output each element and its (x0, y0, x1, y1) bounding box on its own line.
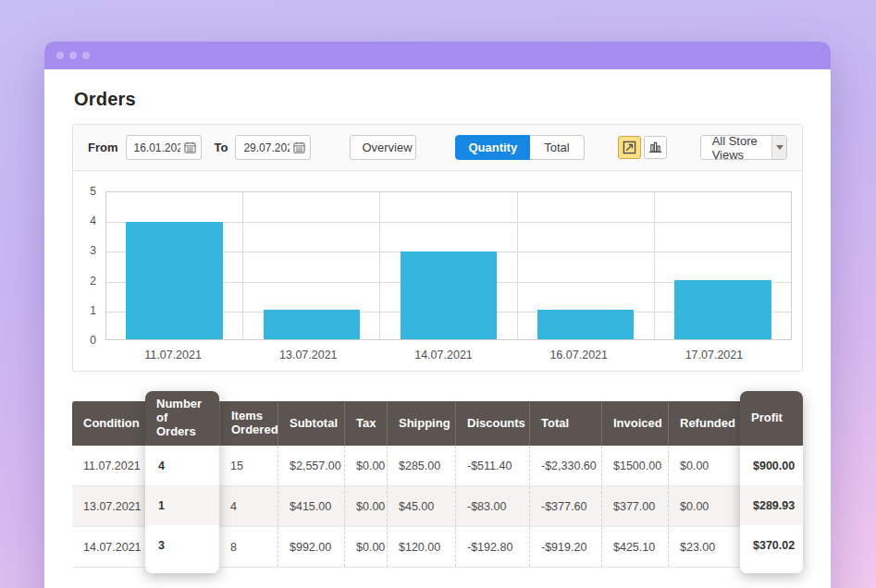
orders-chart: 543210 11.07.202113.07.202114.07.202116.… (73, 171, 802, 371)
calendar-icon[interactable] (184, 141, 196, 153)
table-cell: $1500.00 (601, 446, 668, 485)
table-cell: $285.00 (387, 446, 455, 485)
quantity-total-toggle: Quantity Total (455, 135, 584, 160)
table-cell: 14.07.2021 (72, 527, 145, 567)
table-cell: 15 (219, 446, 278, 485)
table-cell: $0.00 (344, 527, 387, 567)
x-tick-label: 16.07.2021 (512, 349, 647, 361)
table-cell: 3 (145, 525, 219, 565)
to-date-field (235, 135, 311, 160)
table-header-cell[interactable]: Discounts (455, 401, 529, 446)
x-tick-label: 11.07.2021 (105, 349, 241, 361)
table-header-cell[interactable]: Refunded (668, 401, 740, 446)
table-header-cell[interactable]: Shipping (387, 401, 455, 446)
orders-table: ConditionItems OrderedSubtotalTaxShippin… (72, 401, 803, 568)
table-cell: 13.07.2021 (72, 486, 145, 526)
y-tick-label: 2 (90, 275, 96, 288)
from-date-field (126, 135, 202, 160)
chevron-down-icon (771, 136, 786, 159)
chart-y-axis: 543210 (73, 191, 105, 340)
desktop-background: { "page": { "title": "Orders" }, "filter… (0, 0, 876, 588)
table-cell: -$192.80 (455, 527, 529, 567)
chart-type-buttons (618, 136, 667, 159)
bar-chart-button[interactable] (644, 136, 667, 159)
table-cell: -$377.60 (529, 486, 601, 526)
table-cell: $370.02 (740, 525, 803, 565)
chart-plot-area (105, 191, 792, 340)
chart-bar[interactable] (674, 280, 771, 339)
table-cell: 1 (145, 485, 219, 525)
table-header-cell[interactable]: Invoiced (601, 401, 668, 446)
elevated-column-body: $900.00$289.93$370.02 (740, 446, 803, 573)
table-header-cell[interactable]: Items Ordered (219, 401, 278, 446)
table-cell: $45.00 (387, 486, 455, 526)
table-cell: 8 (219, 527, 278, 567)
table-cell: $992.00 (278, 527, 344, 567)
line-chart-button[interactable] (618, 136, 641, 159)
y-tick-label: 5 (90, 185, 96, 198)
store-view-select[interactable]: All Store Views (700, 135, 787, 160)
table-cell: -$919.20 (529, 527, 601, 567)
elevated-column-body: 413 (145, 446, 219, 573)
toggle-quantity-button[interactable]: Quantity (455, 135, 530, 160)
table-cell: -$83.00 (455, 486, 529, 526)
table-cell: $0.00 (344, 486, 387, 526)
report-type-value: Overview (351, 136, 416, 159)
table-cell: $2,557.00 (278, 446, 344, 485)
chart-bar[interactable] (126, 222, 223, 339)
window-titlebar[interactable] (44, 42, 831, 69)
from-label: From (88, 141, 118, 154)
table-header-cell[interactable]: Profit (740, 391, 803, 446)
y-tick-label: 1 (90, 304, 96, 317)
elevated-column: Profit$900.00$289.93$370.02 (740, 391, 803, 573)
table-cell: $120.00 (387, 527, 455, 567)
chart-bar[interactable] (537, 310, 635, 339)
line-chart-icon (623, 141, 636, 154)
chart-bar[interactable] (264, 310, 361, 339)
page-title: Orders (74, 89, 803, 110)
report-type-select[interactable]: Overview (350, 135, 416, 160)
chart-column (106, 192, 243, 339)
table-cell: $900.00 (740, 446, 803, 485)
table-header-cell[interactable]: Total (529, 401, 601, 446)
table-cell: -$511.40 (455, 446, 529, 485)
table-cell: 4 (219, 486, 278, 526)
table-cell: -$2,330.60 (529, 446, 601, 485)
filter-bar: From To (73, 125, 802, 171)
table-cell: $415.00 (278, 486, 344, 526)
app-window: Orders From To (44, 42, 831, 588)
window-dot-icon[interactable] (82, 52, 90, 59)
x-tick-label: 14.07.2021 (376, 349, 511, 361)
y-tick-label: 0 (90, 334, 96, 347)
window-dot-icon[interactable] (56, 52, 64, 59)
window-content: Orders From To (44, 89, 831, 568)
y-tick-label: 4 (90, 214, 96, 227)
chart-column (655, 192, 791, 339)
calendar-icon[interactable] (293, 141, 305, 153)
chart-column (380, 192, 517, 339)
x-tick-label: 17.07.2021 (647, 349, 782, 361)
toggle-total-button[interactable]: Total (530, 135, 584, 160)
report-panel: From To (72, 124, 803, 372)
table-cell: $23.00 (668, 527, 740, 567)
table-header-cell[interactable]: Subtotal (278, 401, 344, 446)
chart-x-axis: 11.07.202113.07.202114.07.202116.07.2021… (105, 349, 782, 361)
window-dot-icon[interactable] (69, 52, 77, 59)
bar-chart-icon (648, 141, 662, 154)
chart-column (243, 192, 380, 339)
table-cell: $425.10 (601, 527, 668, 567)
elevated-column: Number of Orders413 (145, 391, 219, 573)
table-cell: $0.00 (668, 486, 740, 526)
x-tick-label: 13.07.2021 (241, 349, 376, 361)
table-cell: $0.00 (344, 446, 387, 485)
table-cell: $289.93 (740, 485, 803, 525)
table-header-cell[interactable]: Number of Orders (145, 391, 219, 446)
table-header-cell[interactable]: Condition (72, 401, 145, 446)
table-header-cell[interactable]: Tax (344, 401, 387, 446)
table-cell: $0.00 (668, 446, 740, 485)
store-view-value: All Store Views (701, 136, 772, 159)
table-cell: 4 (145, 446, 219, 485)
y-tick-label: 3 (90, 244, 96, 257)
table-cell: 11.07.2021 (72, 446, 145, 485)
chart-bar[interactable] (401, 251, 498, 339)
